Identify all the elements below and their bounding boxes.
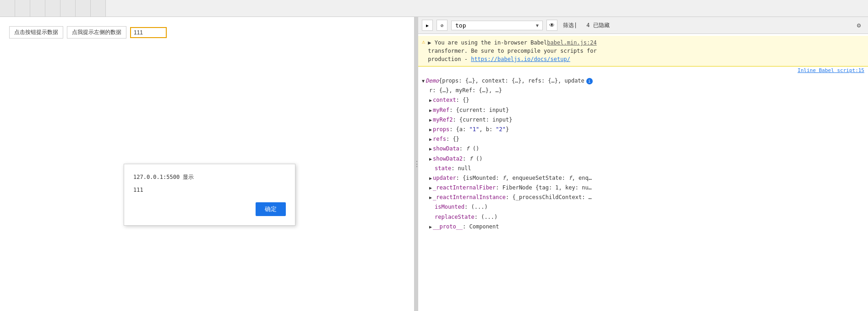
val-reactinternalfiber: : FiberNode {tag: 1, key: nu… <box>496 183 592 192</box>
key-myref2: myRef2 <box>433 116 453 124</box>
warning-icon: ⚠ <box>422 39 425 45</box>
chevron-down-icon: ▼ <box>536 23 539 28</box>
gear-button[interactable]: ⚙ <box>853 20 864 31</box>
dropdown-label: top <box>455 22 466 29</box>
tree-arrow-reactinternalfiber[interactable] <box>429 184 432 192</box>
key-reactinternalinstance: _reactInternalInstance <box>433 193 506 202</box>
tree-item-reactinternalfiber: _reactInternalFiber : FiberNode {tag: 1,… <box>422 183 864 193</box>
warning-text: ▶ You are using the in-browser Babel bab… <box>428 39 547 46</box>
val-myref2: : {current: input} <box>453 116 512 124</box>
toolbar-tab-3[interactable] <box>30 0 45 17</box>
main-layout: 点击按钮提示数据 点我提示左侧的数据 127.0.0.1:5500 显示 111… <box>0 17 868 311</box>
babel-file-link[interactable]: babel.min.js:24 <box>547 39 596 47</box>
tree-item-replacestate: replaceState : (...) <box>422 212 864 222</box>
val-showdata2: : f () <box>463 155 482 163</box>
tree-item-state: state : null <box>422 164 864 173</box>
val-showdata: : f () <box>459 144 479 153</box>
tree-item-context: context : {} <box>422 95 864 105</box>
tree-item-proto: __proto__ : Component <box>422 222 864 232</box>
browser-controls: 点击按钮提示数据 点我提示左侧的数据 <box>9 26 405 39</box>
show-left-button[interactable]: 点击按钮提示数据 <box>9 26 63 39</box>
tree-arrow-myref2[interactable] <box>429 117 432 124</box>
tree-arrow-refs[interactable] <box>429 136 432 143</box>
alert-title: 127.0.0.1:5500 显示 <box>133 173 286 181</box>
tree-root-value: {props: {…}, context: {…}, refs: {…}, up… <box>439 77 584 85</box>
stop-icon: ⊘ <box>441 23 443 28</box>
alert-message: 111 <box>133 187 286 193</box>
key-refs: refs <box>433 135 446 144</box>
inline-babel-link: Inline Babel script:15 <box>418 67 868 74</box>
key-replacestate: replaceState <box>435 213 475 222</box>
context-dropdown[interactable]: top ▼ <box>451 21 543 30</box>
toolbar-tab-1[interactable] <box>0 0 15 17</box>
tree-root-row2: r: {…}, myRef: {…}, …} <box>422 86 864 95</box>
tree-root-label: Demo <box>426 77 439 85</box>
tree-root-row: Demo {props: {…}, context: {…}, refs: {…… <box>422 76 864 86</box>
key-state: state <box>435 164 451 173</box>
val-updater: : {isMounted: f, enqueueSetState: f, enq… <box>456 174 592 183</box>
key-showdata: showData <box>433 144 459 153</box>
key-ismounted: isMounted <box>435 203 464 211</box>
filter-label: 筛选| <box>561 22 579 29</box>
tree-arrow-proto[interactable] <box>429 223 432 231</box>
warning-text-block: ▶ You are using the in-browser Babel bab… <box>428 39 596 63</box>
info-icon[interactable]: i <box>586 78 593 84</box>
resize-handle[interactable]: ⋮ <box>415 17 418 311</box>
key-myref: myRef <box>433 106 449 115</box>
toolbar-tab-4[interactable] <box>45 0 60 17</box>
val-replacestate: : (...) <box>475 213 498 222</box>
devtools-header: ▶ ⊘ top ▼ 👁 筛选| 4 已隐藏 ⚙ <box>418 17 868 34</box>
warning-text-line3: production - https://babeljs.io/docs/set… <box>428 56 570 62</box>
eye-icon: 👁 <box>549 22 555 28</box>
warning-banner: ⚠ ▶ You are using the in-browser Babel b… <box>418 36 868 67</box>
tree-item-ismounted: isMounted : (...) <box>422 202 864 212</box>
val-proto: : Component <box>463 222 499 231</box>
alert-dialog: 127.0.0.1:5500 显示 111 确定 <box>124 164 295 226</box>
toolbar-tab-7[interactable] <box>91 0 106 17</box>
devtools-panel: ▶ ⊘ top ▼ 👁 筛选| 4 已隐藏 ⚙ ⚠ <box>418 17 868 311</box>
toolbar-tab-6[interactable] <box>76 0 91 17</box>
value-input[interactable] <box>130 27 167 38</box>
gear-icon: ⚙ <box>857 22 861 29</box>
tree-item-reactinternalinstance: _reactInternalInstance : {_processChildC… <box>422 193 864 202</box>
tree-item-myref: myRef : {current: input} <box>422 106 864 115</box>
val-reactinternalinstance: : {_processChildContext: … <box>506 193 592 202</box>
play-button[interactable]: ▶ <box>422 20 433 31</box>
tree-arrow-showdata[interactable] <box>429 145 432 153</box>
tree-item-refs: refs : {} <box>422 134 864 144</box>
stop-button[interactable]: ⊘ <box>437 20 448 31</box>
val-myref: : {current: input} <box>449 106 509 115</box>
tree-arrow-updater[interactable] <box>429 175 432 182</box>
tree-root-suffix: r: {…}, myRef: {…}, …} <box>429 86 502 95</box>
tree-root-arrow[interactable] <box>422 78 425 85</box>
eye-button[interactable]: 👁 <box>546 20 557 31</box>
toolbar-tab-5[interactable] <box>60 0 76 17</box>
key-updater: updater <box>433 174 456 183</box>
tree-arrow-props[interactable] <box>429 126 432 133</box>
tree-item-showdata2: showData2 : f () <box>422 154 864 164</box>
top-toolbar <box>0 0 868 17</box>
tree-arrow-myref[interactable] <box>429 107 432 114</box>
key-reactinternalfiber: _reactInternalFiber <box>433 183 496 192</box>
hidden-count: 4 已隐藏 <box>586 22 609 29</box>
tree-item-showdata: showData : f () <box>422 144 864 154</box>
key-context: context <box>433 96 456 105</box>
val-state: : null <box>451 164 471 173</box>
toolbar-tab-2[interactable] <box>15 0 30 17</box>
confirm-button[interactable]: 确定 <box>256 202 286 216</box>
val-refs: : {} <box>446 135 459 144</box>
babel-docs-link[interactable]: https://babeljs.io/docs/setup/ <box>471 56 570 62</box>
tree-item-props: props : {a: "1", b: "2"} <box>422 125 864 134</box>
tree-arrow-reactinternalinstance[interactable] <box>429 194 432 201</box>
key-props: props <box>433 125 449 134</box>
inline-babel-file-ref[interactable]: Inline Babel script:15 <box>797 67 864 73</box>
val-context: : {} <box>456 96 469 105</box>
val-ismounted: : (...) <box>464 203 488 211</box>
tree-arrow-context[interactable] <box>429 97 432 104</box>
show-data-button[interactable]: 点我提示左侧的数据 <box>67 26 126 39</box>
tree-item-updater: updater : {isMounted: f, enqueueSetState… <box>422 173 864 183</box>
warning-text-line2: transformer. Be sure to precompile your … <box>428 48 596 54</box>
key-showdata2: showData2 <box>433 155 463 163</box>
tree-arrow-showdata2[interactable] <box>429 156 432 163</box>
val-props: : {a: "1", b: "2"} <box>449 125 509 134</box>
